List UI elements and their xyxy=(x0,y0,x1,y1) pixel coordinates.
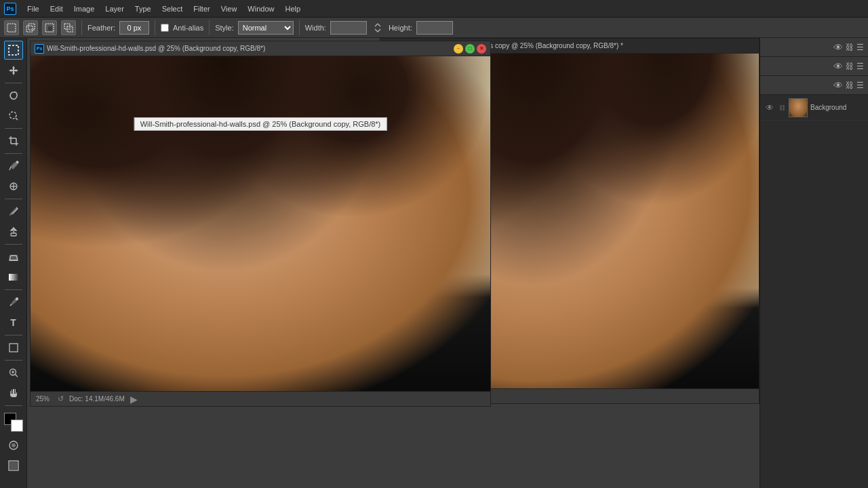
doc1-close-btn[interactable]: ✕ xyxy=(477,44,486,54)
svg-rect-0 xyxy=(7,24,16,32)
svg-line-29 xyxy=(15,375,18,378)
screen-mode-btn[interactable] xyxy=(4,456,23,475)
new-selection-btn[interactable] xyxy=(4,20,19,35)
layer-thumb xyxy=(789,98,808,117)
eraser-tool-btn[interactable] xyxy=(4,247,23,266)
tool-separator-6 xyxy=(5,289,22,290)
panel-icon-4[interactable]: 👁 xyxy=(833,61,843,72)
panel-icons-row: 👁 ⛓ ☰ xyxy=(760,38,868,57)
svg-point-26 xyxy=(16,298,18,300)
panel-icon-9[interactable]: ☰ xyxy=(856,81,864,90)
feather-input[interactable] xyxy=(119,21,149,35)
layer-visibility-icon[interactable]: 👁 xyxy=(764,102,775,113)
pen-tool-btn[interactable] xyxy=(4,293,23,312)
doc1-image xyxy=(31,56,490,391)
panel-icon-5[interactable]: ⛓ xyxy=(846,62,854,71)
hand-tool-btn[interactable] xyxy=(4,384,23,403)
panel-icons-row2: 👁 ⛓ ☰ xyxy=(760,57,868,76)
zoom-tool-btn[interactable] xyxy=(4,363,23,382)
width-label: Width: xyxy=(305,24,326,32)
quick-mask-btn[interactable] xyxy=(4,436,23,455)
type-tool-btn[interactable]: T xyxy=(4,313,23,332)
svg-rect-7 xyxy=(9,45,18,55)
svg-line-10 xyxy=(16,118,18,120)
menu-file[interactable]: File xyxy=(22,3,45,14)
panel-icon-1[interactable]: 👁 xyxy=(833,42,843,53)
doc1-titlebar: Ps Will-Smith-professional-hd-walls.psd … xyxy=(31,41,490,56)
menu-select[interactable]: Select xyxy=(157,3,189,14)
menu-layer[interactable]: Layer xyxy=(100,3,130,14)
shape-tool-btn[interactable] xyxy=(4,338,23,357)
opt-separator-2 xyxy=(155,20,155,35)
panel-icon-3[interactable]: ☰ xyxy=(856,43,864,52)
svg-line-15 xyxy=(9,167,11,170)
left-toolbar: T xyxy=(0,38,27,488)
panel-icon-7[interactable]: 👁 xyxy=(833,80,843,91)
svg-rect-24 xyxy=(9,274,18,281)
color-swatches[interactable] xyxy=(4,413,23,432)
crop-tool-btn[interactable] xyxy=(4,131,23,150)
menu-view[interactable]: View xyxy=(216,3,243,14)
doc1-minimize-btn[interactable]: − xyxy=(454,44,463,54)
svg-rect-27 xyxy=(9,344,18,352)
doc1-title-text: Will-Smith-professional-hd-walls.psd @ 2… xyxy=(47,45,265,52)
add-selection-btn[interactable] xyxy=(23,20,38,35)
options-bar: Feather: Anti-alias Style: Normal Fixed … xyxy=(0,18,868,38)
panel-icon-2[interactable]: ⛓ xyxy=(846,43,854,52)
menu-window[interactable]: Window xyxy=(242,3,279,14)
opt-separator-3 xyxy=(209,20,210,35)
doc1-canvas[interactable]: Will-Smith-professional-hd-walls.psd @ 2… xyxy=(31,56,490,391)
width-input[interactable] xyxy=(330,21,367,35)
style-select[interactable]: Normal Fixed Ratio Fixed Size xyxy=(238,21,294,35)
lasso-tool-btn[interactable] xyxy=(4,86,23,105)
clone-stamp-btn[interactable] xyxy=(4,222,23,241)
marquee-tool-btn[interactable] xyxy=(4,41,23,60)
doc1-window-controls: − □ ✕ xyxy=(454,44,486,54)
swap-dimensions-btn[interactable] xyxy=(371,23,384,33)
layer-item-background[interactable]: 👁 ⛓ Background xyxy=(760,95,868,121)
background-color[interactable] xyxy=(11,420,23,432)
tool-separator-8 xyxy=(5,360,22,361)
svg-marker-8 xyxy=(9,66,18,75)
feather-label: Feather: xyxy=(87,24,115,32)
layer-link-icon: ⛓ xyxy=(778,104,786,112)
menu-type[interactable]: Type xyxy=(130,3,157,14)
tool-separator-9 xyxy=(5,405,22,406)
gradient-tool-btn[interactable] xyxy=(4,268,23,287)
svg-point-9 xyxy=(9,112,16,119)
quick-select-tool-btn[interactable] xyxy=(4,106,23,125)
right-panel: 👁 ⛓ ☰ 👁 ⛓ ☰ 👁 ⛓ ☰ 👁 ⛓ Background xyxy=(760,38,868,488)
svg-rect-4 xyxy=(48,26,52,30)
doc1-refresh-icon[interactable]: ↺ xyxy=(58,394,64,403)
eyedropper-tool-btn[interactable] xyxy=(4,157,23,176)
svg-rect-2 xyxy=(28,24,35,30)
doc1-statusbar: 25% ↺ Doc: 14.1M/46.6M ▶ xyxy=(31,391,490,406)
menu-filter[interactable]: Filter xyxy=(188,3,215,14)
menu-bar: Ps File Edit Image Layer Type Select Fil… xyxy=(0,0,868,18)
menu-help[interactable]: Help xyxy=(279,3,306,14)
ps-badge: Ps xyxy=(4,3,16,15)
style-label: Style: xyxy=(215,24,234,32)
menu-image[interactable]: Image xyxy=(68,3,100,14)
tool-separator-1 xyxy=(5,83,22,83)
tool-separator-5 xyxy=(5,244,22,245)
doc1-maximize-btn[interactable]: □ xyxy=(465,44,475,54)
doc1-ps-badge: Ps xyxy=(35,44,44,54)
move-tool-btn[interactable] xyxy=(4,61,23,80)
intersect-selection-btn[interactable] xyxy=(61,20,76,35)
brush-tool-btn[interactable] xyxy=(4,202,23,221)
healing-brush-btn[interactable] xyxy=(4,177,23,196)
anti-alias-checkbox[interactable] xyxy=(161,24,169,32)
subtract-selection-btn[interactable] xyxy=(42,20,57,35)
tool-separator-7 xyxy=(5,335,22,336)
panel-icon-8[interactable]: ⛓ xyxy=(846,81,854,90)
doc1-title-left: Ps Will-Smith-professional-hd-walls.psd … xyxy=(35,44,265,54)
opt-separator-4 xyxy=(299,20,300,35)
main-layout: T xyxy=(0,38,868,488)
doc1-nav-arrow[interactable]: ▶ xyxy=(130,394,138,405)
menu-edit[interactable]: Edit xyxy=(45,3,68,14)
svg-point-33 xyxy=(12,443,16,447)
panel-icon-6[interactable]: ☰ xyxy=(856,62,864,71)
svg-rect-1 xyxy=(26,26,33,32)
height-input[interactable] xyxy=(416,21,453,35)
